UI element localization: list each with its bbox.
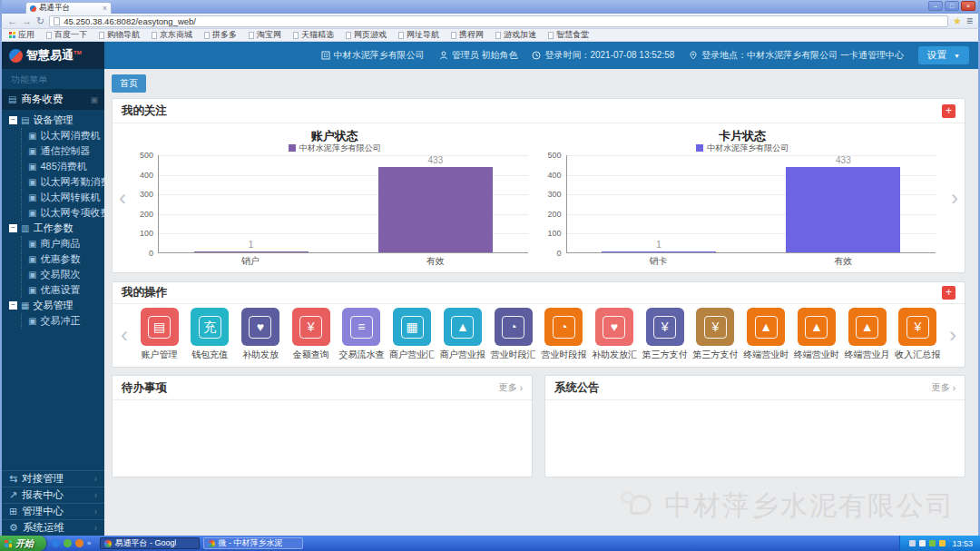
tree-leaf-优惠设置[interactable]: ▣优惠设置 xyxy=(22,282,104,298)
chevron-left-icon[interactable]: ‹ xyxy=(114,187,131,209)
bookmark-star-icon[interactable]: ★ xyxy=(953,16,962,26)
back-icon[interactable]: ← xyxy=(7,16,17,26)
taskbar-task[interactable]: 微 - 中材萍乡水泥 xyxy=(203,537,303,549)
operation-tile-补助发放[interactable]: ♥补助发放 xyxy=(235,308,285,361)
todo-more-link[interactable]: 更多› xyxy=(499,381,523,394)
browser-tabstrip: 易通平台 × ‒ □ × xyxy=(0,0,980,14)
operation-tile-交易流水查[interactable]: ≡交易流水查 xyxy=(337,308,387,361)
refresh-icon[interactable]: ↻ xyxy=(36,16,44,26)
collapse-icon[interactable]: − xyxy=(9,116,17,124)
operation-tile-终端营业时[interactable]: ▲终端营业时 xyxy=(791,308,841,361)
tree-leaf-以太网转账机[interactable]: ▣以太网转账机 xyxy=(22,190,104,205)
sidebar-item-报表中心[interactable]: ↗报表中心› xyxy=(2,487,104,503)
tree-node-工作参数[interactable]: −▥工作参数 xyxy=(9,221,104,236)
close-button[interactable]: × xyxy=(961,1,975,11)
sidebar-item-管理中心[interactable]: ⊞管理中心› xyxy=(2,503,104,519)
operation-label: 钱包充值 xyxy=(185,349,235,361)
collapse-icon[interactable]: − xyxy=(9,224,17,232)
operation-tile-第三方支付[interactable]: ¥第三方支付 xyxy=(691,308,740,361)
tree-node-交易管理[interactable]: −▦交易管理 xyxy=(9,298,104,313)
chevron-right-icon: › xyxy=(94,523,97,533)
bookmark-item[interactable]: 携程网 xyxy=(451,29,484,41)
bookmark-item[interactable]: 淘宝网 xyxy=(249,29,281,41)
bookmark-item[interactable]: 智慧食堂 xyxy=(548,29,589,41)
operation-tile-收入汇总报[interactable]: ¥收入汇总报 xyxy=(893,308,943,361)
bookmark-item[interactable]: 拼多多 xyxy=(204,29,237,41)
operation-tile-第三方支付[interactable]: ¥第三方支付 xyxy=(640,308,690,361)
tree-leaf-以太网消费机[interactable]: ▣以太网消费机 xyxy=(22,128,104,143)
operation-tile-钱包充值[interactable]: 充钱包充值 xyxy=(185,308,235,361)
apps-shortcut[interactable]: 应用 xyxy=(9,29,34,41)
operation-tile-终端营业时[interactable]: ▲终端营业时 xyxy=(741,308,791,361)
chevron-right-icon[interactable]: › xyxy=(946,187,963,209)
start-button[interactable]: 开始 xyxy=(0,536,46,551)
tree-node-label: 设备管理 xyxy=(33,113,73,127)
tree-leaf-交易冲正[interactable]: ▣交易冲正 xyxy=(22,313,104,329)
sidebar-section-business-fees[interactable]: ▤ 商务收费 ▣ xyxy=(2,89,104,110)
keyboard-icon[interactable] xyxy=(909,540,916,546)
quick-launch-more[interactable]: » xyxy=(87,539,91,547)
maximize-button[interactable]: □ xyxy=(945,1,959,11)
operation-tile-金额查询[interactable]: ¥金额查询 xyxy=(286,308,336,361)
bookmark-item[interactable]: 游戏加速 xyxy=(495,29,536,41)
bookmark-item[interactable]: 京东商城 xyxy=(152,29,192,41)
tree-node-设备管理[interactable]: −▤设备管理 xyxy=(9,113,104,128)
app-header: 智慧易通TM 中材水泥萍乡有限公司 管理员 初始角色 登录时间：2021-07-… xyxy=(0,42,980,69)
tree-leaf-交易限次[interactable]: ▣交易限次 xyxy=(22,267,104,282)
folder-icon: ▤ xyxy=(21,115,29,125)
header-user[interactable]: 管理员 初始角色 xyxy=(439,49,518,62)
operation-glyph: ◔ xyxy=(502,316,524,339)
tree-leaf-优惠参数[interactable]: ▣优惠参数 xyxy=(22,251,104,267)
collapse-icon[interactable]: − xyxy=(9,301,17,310)
tree-leaf-商户商品[interactable]: ▣商户商品 xyxy=(22,236,104,251)
sidebar-item-对接管理[interactable]: ⇆对接管理› xyxy=(2,470,104,487)
speaker-icon[interactable] xyxy=(919,540,926,546)
chevron-right-icon[interactable]: › xyxy=(945,324,961,346)
minimize-button[interactable]: ‒ xyxy=(928,1,943,11)
operation-tile-终端营业月[interactable]: ▲终端营业月 xyxy=(842,308,892,361)
bookmark-item[interactable]: 购物导航 xyxy=(99,29,140,41)
bookmark-item[interactable]: 天猫精选 xyxy=(293,29,334,41)
shield-icon[interactable] xyxy=(939,540,946,546)
bookmark-item[interactable]: 网址导航 xyxy=(398,29,439,41)
tree-leaf-以太网考勤消费机[interactable]: ▣以太网考勤消费机 xyxy=(22,174,104,190)
operation-glyph: ▤ xyxy=(148,316,171,339)
bookmark-item[interactable]: 百度一下 xyxy=(46,29,87,41)
expand-icon[interactable]: ▣ xyxy=(90,95,98,104)
quick-launch-icon-1[interactable] xyxy=(52,539,60,547)
quick-launch-icon-3[interactable] xyxy=(75,539,83,547)
browser-tab[interactable]: 易通平台 × xyxy=(25,2,112,14)
operation-tile-商户营业报[interactable]: ▲商户营业报 xyxy=(437,308,487,361)
operation-tile-补助发放汇[interactable]: ♥补助发放汇 xyxy=(589,308,639,361)
bookmark-item[interactable]: 网页游戏 xyxy=(346,29,387,41)
add-operation-button[interactable]: + xyxy=(942,286,956,300)
address-bar[interactable]: 45.250.38.46:8082/easytong_web/ xyxy=(49,15,948,27)
sidebar-tree: −▤设备管理▣以太网消费机▣通信控制器▣485消费机▣以太网考勤消费机▣以太网转… xyxy=(2,110,104,470)
page-icon xyxy=(249,32,254,39)
operation-tile-账户管理[interactable]: ▤账户管理 xyxy=(134,308,184,361)
operations-panel-title: 我的操作 xyxy=(122,285,167,300)
add-chart-button[interactable]: + xyxy=(942,104,956,118)
browser-menu-icon[interactable]: ≡ xyxy=(966,15,973,26)
todo-panel-title: 待办事项 xyxy=(122,380,167,396)
tree-leaf-485消费机[interactable]: ▣485消费机 xyxy=(22,159,104,174)
page-icon xyxy=(204,32,210,39)
taskbar-task[interactable]: 易通平台 - Googl xyxy=(100,537,200,549)
operation-tile-营业时段报[interactable]: ◔营业时段报 xyxy=(539,308,589,361)
quick-launch-icon-2[interactable] xyxy=(64,539,72,547)
tree-leaf-label: 以太网消费机 xyxy=(40,129,100,143)
header-company: 中材水泥萍乡有限公司 xyxy=(321,49,425,62)
tab-close-icon[interactable]: × xyxy=(103,5,107,12)
settings-button[interactable]: 设置▼ xyxy=(918,46,969,64)
forward-icon[interactable]: → xyxy=(22,16,32,26)
tab-home[interactable]: 首页 xyxy=(112,74,146,93)
notice-more-link[interactable]: 更多› xyxy=(932,381,956,394)
operation-tile-营业时段汇[interactable]: ◔营业时段汇 xyxy=(488,308,538,361)
tree-leaf-label: 优惠设置 xyxy=(40,283,80,297)
operation-tile-商户营业汇[interactable]: ▦商户营业汇 xyxy=(387,308,437,361)
tray-app-icon[interactable] xyxy=(929,540,936,546)
tree-leaf-通信控制器[interactable]: ▣通信控制器 xyxy=(22,143,104,159)
tree-leaf-以太网专项收费机[interactable]: ▣以太网专项收费机 xyxy=(22,205,104,221)
chevron-left-icon[interactable]: ‹ xyxy=(116,324,132,346)
sidebar-item-系统运维[interactable]: ⚙系统运维› xyxy=(2,519,104,536)
